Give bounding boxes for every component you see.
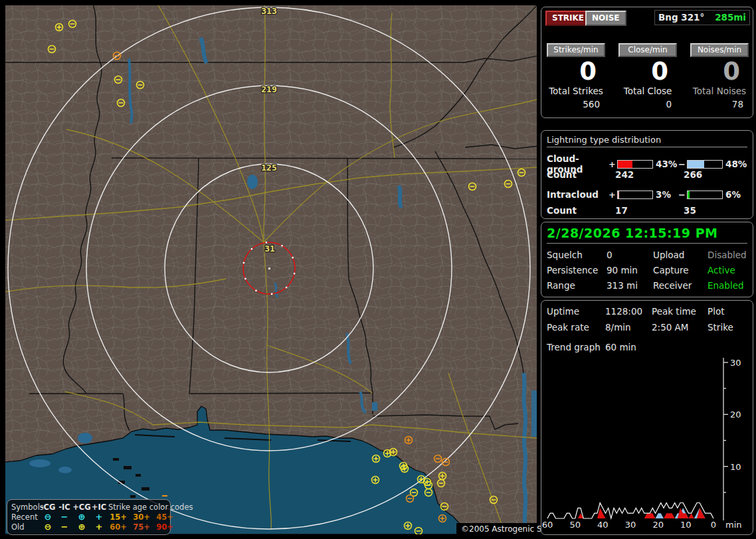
cg-negative-count: 266 xyxy=(678,169,747,180)
ic-minus-old-icon: − xyxy=(56,522,72,531)
cg-positive-bar xyxy=(617,160,653,169)
intracloud-label: Intracloud xyxy=(547,189,609,200)
status-row: Persistence 90 min Capture Active xyxy=(547,265,747,275)
receiver-status: Enabled xyxy=(708,280,747,291)
peak-time-label: Peak time xyxy=(652,306,708,317)
cg-positive-count: 242 xyxy=(610,169,678,180)
datetime-display: 2/28/2026 12:15:19 PM xyxy=(547,226,747,240)
distribution-panel: Lightning type distribution Cloud-ground… xyxy=(541,130,753,219)
ic-positive-count: 17 xyxy=(610,205,678,216)
ic-plus-recent-icon: + xyxy=(91,512,107,521)
noises-per-min-button[interactable]: Noises/min xyxy=(690,43,749,57)
close-per-min-button[interactable]: Close/min xyxy=(618,43,677,57)
cg-minus-recent-icon: ⊖ xyxy=(39,512,56,521)
cg-minus-old-icon: ⊖ xyxy=(39,522,56,531)
y-tick-label: 30 xyxy=(730,358,741,368)
noise-mode-button[interactable]: NOISE xyxy=(585,11,626,26)
cloud-ground-series xyxy=(547,508,713,518)
range-value: 313 mi xyxy=(607,280,653,291)
total-strikes-value: 560 xyxy=(547,99,605,110)
divider xyxy=(547,243,747,244)
squelch-label: Squelch xyxy=(547,250,607,260)
cg-negative-bar xyxy=(687,160,723,169)
strike-mode-button[interactable]: STRIKE xyxy=(545,11,591,26)
legend-recent-row: Recent ⊖−⊕+15+30+45+ xyxy=(11,512,167,522)
plus-sign: + xyxy=(609,190,617,200)
x-tick-label: 30 xyxy=(625,520,636,530)
trend-graph-label: Trend graph xyxy=(547,342,605,352)
ring-label-31: 31 xyxy=(264,244,275,254)
legend-col-cg-plus: +CG xyxy=(72,502,91,512)
intracloud-row: Intracloud + 3% − 6% xyxy=(547,189,747,200)
x-tick-label: 50 xyxy=(569,520,581,530)
close-per-min-value: 0 xyxy=(618,59,677,84)
map-canvas: 31321912531 xyxy=(5,5,537,534)
legend-col-cg-minus: -CG xyxy=(39,502,56,512)
receiver-label: Receiver xyxy=(653,280,708,291)
x-tick-label: 10 xyxy=(680,520,692,530)
age-code-45: 45+ xyxy=(153,512,176,522)
al-fl-border xyxy=(189,393,371,394)
ring-label-219: 219 xyxy=(261,84,276,94)
x-tick-label: 20 xyxy=(652,520,664,530)
distribution-title: Lightning type distribution xyxy=(547,135,747,147)
legend-symbols-label: Symbols xyxy=(11,502,39,512)
squelch-value: 0 xyxy=(607,250,653,260)
legend-header-row: Symbols -CG -IC +CG +IC Strike age color… xyxy=(11,502,167,512)
bearing-distance: 285mi xyxy=(715,12,746,23)
stats-row: Uptime 1128:00 Peak time Plot xyxy=(547,306,747,317)
peak-rate-value: 8/min xyxy=(605,322,652,333)
cg-positive-pct: 43% xyxy=(653,159,678,169)
ic-negative-bar-fill xyxy=(688,191,690,198)
noises-per-min-column: Noises/min 0 Total Noises 78 xyxy=(690,43,749,110)
x-axis-unit-label: min xyxy=(725,520,742,530)
capture-status: Active xyxy=(708,265,747,275)
uptime-value: 1128:00 xyxy=(605,306,652,317)
station-center-marker xyxy=(268,268,270,270)
noises-per-min-value: 0 xyxy=(690,59,749,84)
stats-row: Peak rate 8/min 2:50 AM Strike xyxy=(547,322,747,333)
bearing-value: Bng 321° xyxy=(658,12,704,23)
trend-window-value: 60 min xyxy=(605,342,747,352)
x-tick-label: 60 xyxy=(542,520,553,530)
total-noises-label: Total Noises xyxy=(690,86,749,96)
cg-plus-old-icon: ⊕ xyxy=(72,522,91,531)
peak-rate-label: Peak rate xyxy=(547,322,605,333)
strikes-per-min-value: 0 xyxy=(547,59,605,84)
lake-pontchartrain xyxy=(78,433,92,443)
age-code-60: 60+ xyxy=(107,522,130,532)
age-code-75: 75+ xyxy=(130,522,153,532)
ic-plus-old-icon: + xyxy=(91,522,107,531)
cg-plus-recent-icon: ⊕ xyxy=(72,512,91,521)
cg-count-label: Count xyxy=(547,169,610,180)
cg-negative-pct: 48% xyxy=(723,159,749,169)
cg-positive-bar-fill xyxy=(618,161,632,168)
minus-sign: − xyxy=(678,190,687,200)
x-tick-label: 40 xyxy=(597,520,609,530)
savannah-coastal-river xyxy=(523,373,526,534)
legend-old-row: Old ⊖−⊕+60+75+90+ xyxy=(11,522,167,532)
legend-col-ic-minus: -IC xyxy=(56,502,72,512)
ic-minus-recent-icon: − xyxy=(56,512,72,521)
plot-type-value: Strike xyxy=(708,322,747,333)
strikes-per-min-button[interactable]: Strikes/min xyxy=(547,43,605,57)
cg-count-row: Count 242 266 xyxy=(547,169,747,180)
status-row: Range 313 mi Receiver Enabled xyxy=(547,280,747,291)
map-legend: Symbols -CG -IC +CG +IC Strike age color… xyxy=(7,499,171,535)
bearing-display: Bng 321° 285mi xyxy=(654,10,750,25)
lightning-map[interactable]: 31321912531 Symbols -CG -IC +CG +IC Stri… xyxy=(5,5,537,534)
total-strikes-series xyxy=(547,503,713,519)
age-code-30: 30+ xyxy=(130,512,153,522)
total-close-label: Total Close xyxy=(618,86,677,96)
status-panel: 2/28/2026 12:15:19 PM Squelch 0 Upload D… xyxy=(541,222,753,297)
ic-count-label: Count xyxy=(547,205,610,216)
total-noises-value: 78 xyxy=(690,99,749,110)
upload-status: Disabled xyxy=(708,250,747,260)
plus-sign: + xyxy=(609,159,617,169)
uptime-label: Uptime xyxy=(547,306,605,317)
ic-positive-bar-fill xyxy=(618,191,619,198)
ic-positive-bar xyxy=(617,191,653,199)
y-tick-label: 10 xyxy=(730,462,741,472)
persistence-label: Persistence xyxy=(547,265,607,275)
ic-negative-pct: 6% xyxy=(723,189,749,200)
